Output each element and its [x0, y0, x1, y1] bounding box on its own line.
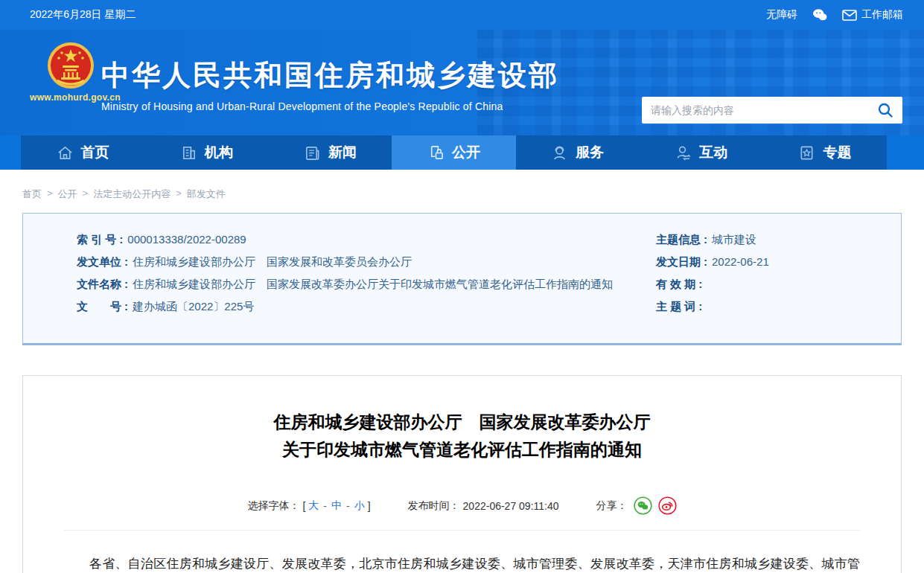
nav-tab-interaction[interactable]: 互动: [640, 135, 763, 170]
nav-label: 服务: [576, 143, 604, 162]
search-icon[interactable]: [877, 102, 893, 118]
info-value: 000013338/2022-00289: [127, 233, 246, 246]
info-label: 主题信息: [656, 233, 701, 246]
doc-info-box: 索 引 号: 000013338/2022-00289 发文单位: 住房和城乡建…: [22, 213, 902, 345]
info-row-topic-info: 主题信息: 城市建设: [656, 233, 901, 246]
publish-time-label: 发布时间：: [408, 499, 460, 513]
info-label: 文 号: [77, 300, 121, 313]
nav-tab-organization[interactable]: 机构: [144, 135, 268, 170]
share-wechat-icon[interactable]: [634, 496, 652, 515]
publish-time-group: 发布时间： 2022-06-27 09:11:40: [408, 499, 559, 513]
breadcrumb-separator: >: [176, 188, 182, 201]
breadcrumb: 首页 > 公开 > 法定主动公开内容 > 部发文件: [22, 188, 924, 201]
info-label: 主 题 词: [656, 300, 695, 313]
info-value: 城市建设: [712, 233, 756, 246]
info-value: 住房和城乡建设部办公厅 国家发展和改革委员会办公厅: [133, 255, 412, 268]
interaction-icon: [675, 144, 692, 161]
breadcrumb-current[interactable]: 部发文件: [187, 188, 226, 201]
bracket-open: [: [302, 500, 305, 512]
date-text: 2022年6月28日 星期二: [30, 8, 136, 22]
site-title: 中华人民共和国住房和城乡建设部: [101, 57, 559, 95]
font-size-large[interactable]: 大: [308, 499, 319, 513]
site-titles: 中华人民共和国住房和城乡建设部 Ministry of Housing and …: [101, 57, 559, 112]
share-weibo-icon[interactable]: [658, 496, 677, 515]
main-nav: 首页 机构 新闻 公开 服务 互动 专题: [0, 135, 924, 170]
nav-label: 首页: [81, 143, 109, 162]
mailbox-link[interactable]: 工作邮箱: [842, 8, 903, 22]
emblem-block: www.mohurd.gov.cn: [30, 42, 112, 103]
doc-info-left: 索 引 号: 000013338/2022-00289 发文单位: 住房和城乡建…: [77, 233, 656, 343]
info-row-issue-date: 发文日期: 2022-06-21: [656, 255, 901, 268]
nav-label: 公开: [452, 143, 480, 162]
accessibility-link[interactable]: 无障碍: [766, 8, 797, 22]
disclosure-icon: [427, 144, 445, 161]
share-group: 分享：: [596, 496, 677, 515]
info-value: 2022-06-21: [712, 255, 769, 268]
nav-tab-home[interactable]: 首页: [21, 135, 144, 170]
doc-info-right: 主题信息: 城市建设 发文日期: 2022-06-21 有 效 期: 主 题 词…: [656, 233, 901, 343]
font-size-medium[interactable]: 中: [331, 499, 342, 513]
font-size-separator: -: [346, 500, 350, 512]
main-nav-inner: 首页 机构 新闻 公开 服务 互动 专题: [21, 135, 887, 170]
wechat-icon[interactable]: [812, 8, 827, 22]
topics-icon: [798, 144, 815, 161]
breadcrumb-separator: >: [47, 188, 53, 201]
info-value: 住房和城乡建设部办公厅 国家发展改革委办公厅关于印发城市燃气管道老化评估工作指南…: [133, 278, 613, 290]
site-header: www.mohurd.gov.cn 中华人民共和国住房和城乡建设部 Minist…: [0, 30, 924, 135]
service-icon: [551, 144, 568, 161]
site-url: www.mohurd.gov.cn: [30, 92, 112, 103]
share-label: 分享：: [596, 499, 628, 513]
site-subtitle: Ministry of Housing and Urban-Rural Deve…: [101, 100, 559, 112]
mail-icon: [842, 10, 857, 21]
article-meta: 选择字体： [ 大 - 中 - 小 ] 发布时间： 2022-06-27 09:…: [64, 496, 860, 531]
nav-label: 专题: [823, 143, 851, 162]
font-size-small[interactable]: 小: [354, 499, 365, 513]
breadcrumb-statutory[interactable]: 法定主动公开内容: [93, 188, 171, 201]
nav-tab-disclosure[interactable]: 公开: [392, 135, 515, 170]
nav-label: 新闻: [328, 143, 357, 162]
nav-label: 互动: [699, 143, 727, 162]
info-row-validity: 有 效 期:: [656, 278, 901, 290]
info-value: 建办城函〔2022〕225号: [133, 300, 254, 313]
info-row-doc-number: 文 号: 建办城函〔2022〕225号: [77, 300, 656, 313]
mailbox-label: 工作邮箱: [861, 8, 903, 22]
publish-time-value: 2022-06-27 09:11:40: [463, 500, 559, 512]
nav-label: 机构: [205, 143, 233, 162]
topbar: 2022年6月28日 星期二 无障碍 工作邮箱: [0, 0, 924, 30]
info-label: 发文日期: [656, 255, 701, 268]
news-icon: [304, 144, 321, 161]
info-label: 文件名称: [77, 278, 121, 290]
organization-icon: [180, 144, 197, 161]
article-title-line1: 住房和城乡建设部办公厅 国家发展改革委办公厅: [274, 412, 651, 432]
info-row-file-name: 文件名称: 住房和城乡建设部办公厅 国家发展改革委办公厅关于印发城市燃气管道老化…: [77, 278, 656, 290]
search-input[interactable]: [651, 104, 877, 116]
article-title-line2: 关于印发城市燃气管道老化评估工作指南的通知: [282, 440, 642, 459]
article-panel: 住房和城乡建设部办公厅 国家发展改革委办公厅 关于印发城市燃气管道老化评估工作指…: [22, 375, 902, 573]
bracket-close: ]: [368, 500, 371, 512]
article-title: 住房和城乡建设部办公厅 国家发展改革委办公厅 关于印发城市燃气管道老化评估工作指…: [64, 409, 860, 464]
font-size-selector: 选择字体： [ 大 - 中 - 小 ]: [247, 499, 370, 513]
nav-tab-news[interactable]: 新闻: [268, 135, 392, 170]
article-body-paragraph: 各省、自治区住房和城乡建设厅、发展改革委，北京市住房和城乡建设委、城市管理委、发…: [64, 551, 860, 573]
home-icon: [57, 144, 74, 161]
breadcrumb-disclosure[interactable]: 公开: [58, 188, 77, 201]
info-label: 发文单位: [77, 255, 121, 268]
font-size-separator: -: [323, 500, 327, 512]
topbar-right: 无障碍 工作邮箱: [766, 8, 903, 22]
search-bar: [642, 97, 902, 124]
font-selector-label: 选择字体：: [247, 499, 299, 513]
info-row-issuing-unit: 发文单位: 住房和城乡建设部办公厅 国家发展和改革委员会办公厅: [77, 255, 656, 268]
national-emblem-icon: [47, 42, 95, 89]
breadcrumb-separator: >: [83, 188, 89, 201]
info-label: 有 效 期: [656, 278, 695, 290]
info-row-keywords: 主 题 词:: [656, 300, 901, 313]
info-label: 索 引 号: [77, 233, 116, 246]
nav-tab-service[interactable]: 服务: [516, 135, 640, 170]
info-row-index-number: 索 引 号: 000013338/2022-00289: [77, 233, 656, 246]
nav-tab-topics[interactable]: 专题: [763, 135, 887, 170]
breadcrumb-home[interactable]: 首页: [22, 188, 42, 201]
